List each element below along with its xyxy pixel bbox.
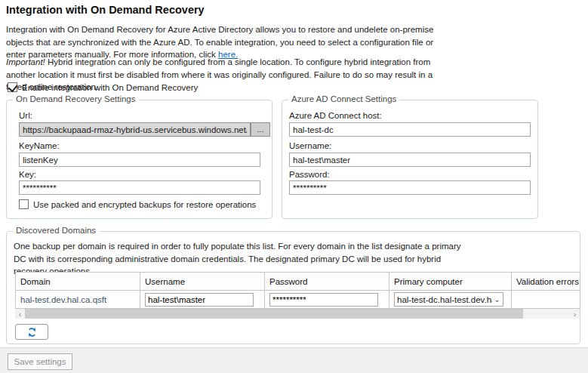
col-password: Password [265, 273, 389, 291]
col-username: Username [140, 273, 265, 291]
refresh-icon [26, 327, 38, 338]
discovered-domains-legend: Discovered Domains [13, 226, 99, 235]
domain-username-input[interactable] [145, 293, 254, 307]
scrollbar-thumb[interactable] [25, 309, 523, 319]
keyname-label: KeyName: [19, 141, 60, 150]
save-settings-button[interactable]: Save settings [8, 353, 72, 370]
col-validation-errors: Validation errors [512, 273, 580, 291]
domain-password-input[interactable] [269, 293, 378, 307]
url-input[interactable] [19, 122, 251, 137]
aad-host-label: Azure AD Connect host: [289, 111, 382, 120]
key-label: Key: [19, 170, 36, 179]
domains-table-header: Domain Username Password Primary compute… [16, 273, 580, 291]
refresh-domains-button[interactable] [15, 324, 48, 340]
important-label: Important! [6, 57, 45, 66]
url-label: Url: [19, 111, 32, 120]
integration-settings-page: Integration with On Demand Recovery Inte… [0, 0, 588, 373]
domains-table: Domain Username Password Primary compute… [15, 272, 580, 309]
packed-backups-label: Use packed and encrypted backups for res… [33, 200, 256, 209]
table-horizontal-scrollbar[interactable]: ‹ › [15, 309, 580, 319]
aad-host-input[interactable] [289, 122, 531, 137]
aad-password-label: Password: [289, 170, 330, 179]
aad-username-input[interactable] [289, 153, 531, 167]
table-row: hal-test.dev.hal.ca.qsft hal-test-dc.hal… [16, 291, 580, 309]
aad-password-input[interactable] [289, 180, 531, 195]
col-primary-computer: Primary computer [389, 273, 512, 291]
primary-computer-value: hal-test-dc.hal-test.dev.hal.ca.qsf [397, 295, 492, 304]
aad-username-label: Username: [289, 141, 331, 150]
checkbox-unchecked-icon[interactable] [19, 199, 29, 209]
scroll-left-icon[interactable]: ‹ [15, 309, 25, 319]
scrollbar-track[interactable] [25, 309, 570, 319]
footer-bar: Save settings [0, 347, 588, 373]
keyname-input[interactable] [19, 153, 260, 167]
odr-settings-legend: On Demand Recovery Settings [13, 94, 139, 103]
packed-backups-checkbox[interactable]: Use packed and encrypted backups for res… [19, 199, 256, 209]
checkbox-checked-icon[interactable] [8, 82, 17, 92]
enable-integration-checkbox[interactable]: Enable integration with On Demand Recove… [8, 82, 198, 92]
page-title: Integration with On Demand Recovery [6, 4, 205, 16]
scroll-right-icon[interactable]: › [570, 309, 580, 319]
col-domain: Domain [16, 273, 140, 291]
chevron-down-icon: ⌄ [494, 295, 500, 304]
aad-connect-settings-legend: Azure AD Connect Settings [288, 94, 399, 103]
browse-url-button[interactable]: ... [251, 122, 270, 137]
domain-name: hal-test.dev.hal.ca.qsft [20, 295, 106, 304]
enable-integration-label: Enable integration with On Demand Recove… [22, 83, 198, 92]
key-input[interactable] [19, 180, 260, 195]
primary-computer-select[interactable]: hal-test-dc.hal-test.dev.hal.ca.qsf ⌄ [394, 292, 503, 307]
